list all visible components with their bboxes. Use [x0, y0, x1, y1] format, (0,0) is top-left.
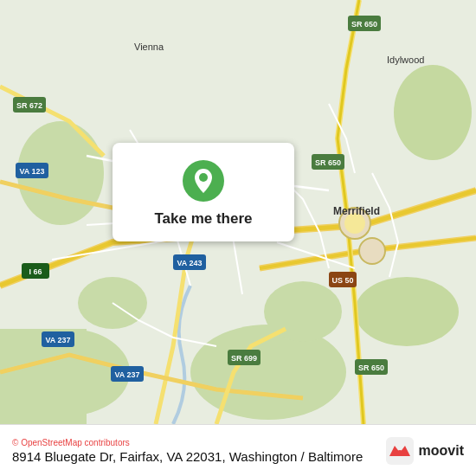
- copyright-symbol: ©: [12, 438, 21, 447]
- address-line1: 8914 Bluegate Dr, Fairfax, VA 22031, Was…: [12, 449, 305, 464]
- svg-text:US 50: US 50: [331, 276, 353, 285]
- svg-point-38: [199, 173, 208, 182]
- svg-text:SR 650: SR 650: [315, 158, 341, 167]
- location-pin-icon: [183, 160, 224, 202]
- address-line2: Baltimore: [308, 449, 363, 464]
- take-me-there-card[interactable]: Take me there: [113, 143, 294, 241]
- svg-text:I 66: I 66: [29, 267, 42, 276]
- moovit-logo[interactable]: moovit: [386, 437, 464, 465]
- svg-text:SR 699: SR 699: [231, 354, 257, 363]
- svg-point-5: [394, 65, 472, 160]
- moovit-text: moovit: [419, 443, 464, 459]
- svg-text:VA 243: VA 243: [177, 259, 202, 267]
- svg-text:Idylwood: Idylwood: [387, 55, 424, 65]
- svg-point-40: [397, 450, 402, 455]
- svg-text:VA 237: VA 237: [45, 336, 70, 344]
- svg-text:SR 650: SR 650: [358, 363, 384, 372]
- address-text: 8914 Bluegate Dr, Fairfax, VA 22031, Was…: [12, 449, 363, 464]
- moovit-name: moovit: [419, 443, 464, 459]
- svg-point-11: [359, 238, 385, 264]
- take-me-there-label: Take me there: [154, 210, 252, 228]
- svg-text:VA 237: VA 237: [114, 370, 139, 379]
- svg-point-4: [355, 277, 459, 346]
- copyright-contributors: contributors: [82, 438, 130, 447]
- map-container: Vienna Idylwood Merrifield SR 650 SR 650…: [0, 0, 476, 424]
- openstreetmap-link[interactable]: OpenStreetMap: [21, 438, 82, 447]
- svg-text:Vienna: Vienna: [134, 42, 164, 52]
- copyright-text: © OpenStreetMap contributors: [12, 438, 363, 447]
- svg-text:SR 672: SR 672: [16, 101, 42, 110]
- address-section: © OpenStreetMap contributors 8914 Bluega…: [12, 438, 363, 464]
- bottom-bar: © OpenStreetMap contributors 8914 Bluega…: [0, 424, 476, 476]
- svg-text:SR 650: SR 650: [351, 20, 377, 29]
- svg-text:VA 123: VA 123: [19, 167, 44, 176]
- moovit-icon: [386, 437, 414, 465]
- svg-text:Merrifield: Merrifield: [333, 205, 380, 217]
